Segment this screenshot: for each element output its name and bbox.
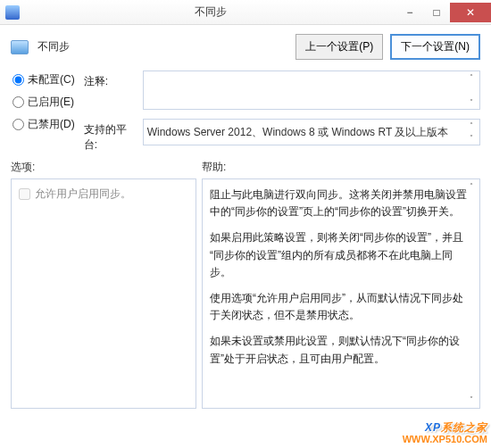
allow-user-sync-checkbox[interactable]: 允许用户启用同步。 <box>19 187 188 202</box>
watermark-brand: XP系统之家 <box>403 415 487 436</box>
radio-not-configured-input[interactable] <box>12 74 24 86</box>
maximize-button[interactable]: □ <box>423 3 450 22</box>
help-section-label: 帮助: <box>202 160 226 175</box>
allow-user-sync-input[interactable] <box>19 188 30 200</box>
watermark-url: WWW.XP510.COM <box>403 434 487 444</box>
prev-setting-button[interactable]: 上一个设置(P) <box>295 34 383 60</box>
radio-enabled-label: 已启用(E) <box>28 95 74 110</box>
radio-enabled-input[interactable] <box>12 96 24 108</box>
platform-input[interactable]: Windows Server 2012、Windows 8 或 Windows … <box>143 119 480 145</box>
next-setting-button[interactable]: 下一个设置(N) <box>390 34 480 60</box>
spin-down-icon[interactable]: ˅ <box>465 134 478 143</box>
comment-label: 注释: <box>84 71 137 89</box>
section-labels: 选项: 帮助: <box>0 153 491 178</box>
watermark: XP系统之家 WWW.XP510.COM <box>403 415 487 444</box>
spin-up-icon[interactable]: ˄ <box>465 73 478 82</box>
radio-disabled-label: 已禁用(D) <box>28 117 75 132</box>
watermark-cn: 系统之家 <box>441 421 487 434</box>
platform-spinner: ˄ ˅ <box>465 121 478 143</box>
window-buttons: − □ ✕ <box>396 3 491 22</box>
spin-up-icon[interactable]: ˄ <box>465 121 478 130</box>
chevron-down-icon: ˅ <box>465 394 478 406</box>
platform-value: Windows Server 2012、Windows 8 或 Windows … <box>147 126 449 138</box>
policy-icon <box>11 40 29 54</box>
help-scroll-up[interactable]: ˄ <box>465 181 478 193</box>
page-title: 不同步 <box>37 39 287 54</box>
config-row: 未配置(C) 已启用(E) 已禁用(D) 注释: ˄ ˅ 支持的平台: Win <box>0 65 491 153</box>
help-paragraph: 如果未设置或禁用此设置，则默认情况下“同步你的设置”处于开启状态，且可由用户配置… <box>210 333 472 367</box>
app-icon <box>5 5 20 20</box>
radio-enabled[interactable]: 已启用(E) <box>12 95 75 110</box>
comment-input[interactable]: ˄ ˅ <box>143 71 480 110</box>
platform-label: 支持的平台: <box>84 119 137 153</box>
radio-not-configured-label: 未配置(C) <box>28 72 75 87</box>
options-section-label: 选项: <box>11 160 202 175</box>
fields-col: 注释: ˄ ˅ 支持的平台: Windows Server 2012、Windo… <box>84 69 480 153</box>
allow-user-sync-label: 允许用户启用同步。 <box>35 187 131 202</box>
help-paragraph: 使用选项“允许用户启用同步”，从而默认情况下同步处于关闭状态，但不是禁用状态。 <box>210 290 472 324</box>
state-radio-group: 未配置(C) 已启用(E) 已禁用(D) <box>12 69 75 132</box>
lower-panes: 允许用户启用同步。 ˄ 阻止与此电脑进行双向同步。这将关闭并禁用电脑设置中的“同… <box>0 178 491 416</box>
help-paragraph: 如果启用此策略设置，则将关闭“同步你的设置”，并且“同步你的设置”组内的所有成员… <box>210 229 472 281</box>
help-pane: ˄ 阻止与此电脑进行双向同步。这将关闭并禁用电脑设置中的“同步你的设置”页上的“… <box>202 178 480 409</box>
header-row: 不同步 上一个设置(P) 下一个设置(N) <box>0 25 491 65</box>
help-paragraph: 阻止与此电脑进行双向同步。这将关闭并禁用电脑设置中的“同步你的设置”页上的“同步… <box>210 187 472 220</box>
comment-spinner: ˄ ˅ <box>465 73 478 107</box>
spin-down-icon[interactable]: ˅ <box>465 98 478 107</box>
radio-disabled-input[interactable] <box>12 119 24 130</box>
watermark-xp: XP <box>425 421 441 434</box>
minimize-button[interactable]: − <box>396 3 423 22</box>
help-scroll-down[interactable]: ˅ <box>465 394 478 406</box>
platform-row: 支持的平台: Windows Server 2012、Windows 8 或 W… <box>84 119 480 153</box>
close-button[interactable]: ✕ <box>450 3 491 22</box>
window-title: 不同步 <box>25 4 396 20</box>
radio-disabled[interactable]: 已禁用(D) <box>12 117 75 132</box>
nav-buttons: 上一个设置(P) 下一个设置(N) <box>295 34 480 60</box>
titlebar: 不同步 − □ ✕ <box>0 0 491 25</box>
chevron-up-icon: ˄ <box>465 181 478 193</box>
comment-row: 注释: ˄ ˅ <box>84 71 480 110</box>
radio-not-configured[interactable]: 未配置(C) <box>12 72 75 87</box>
options-pane: 允许用户启用同步。 <box>11 178 196 409</box>
